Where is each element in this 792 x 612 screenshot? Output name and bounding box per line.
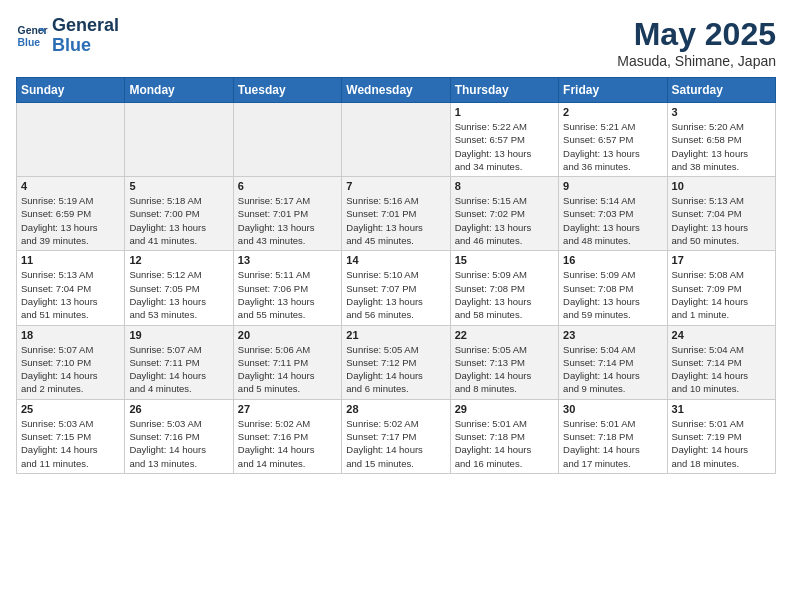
- day-info: Sunrise: 5:13 AM Sunset: 7:04 PM Dayligh…: [672, 194, 771, 247]
- day-info: Sunrise: 5:21 AM Sunset: 6:57 PM Dayligh…: [563, 120, 662, 173]
- calendar-cell: 26Sunrise: 5:03 AM Sunset: 7:16 PM Dayli…: [125, 399, 233, 473]
- logo-text: General Blue: [52, 16, 119, 56]
- day-number: 14: [346, 254, 445, 266]
- day-info: Sunrise: 5:19 AM Sunset: 6:59 PM Dayligh…: [21, 194, 120, 247]
- day-number: 24: [672, 329, 771, 341]
- day-number: 22: [455, 329, 554, 341]
- calendar-cell: 27Sunrise: 5:02 AM Sunset: 7:16 PM Dayli…: [233, 399, 341, 473]
- calendar-week-3: 11Sunrise: 5:13 AM Sunset: 7:04 PM Dayli…: [17, 251, 776, 325]
- calendar-cell: 15Sunrise: 5:09 AM Sunset: 7:08 PM Dayli…: [450, 251, 558, 325]
- day-number: 6: [238, 180, 337, 192]
- calendar-body: 1Sunrise: 5:22 AM Sunset: 6:57 PM Daylig…: [17, 103, 776, 474]
- calendar-cell: [342, 103, 450, 177]
- day-number: 5: [129, 180, 228, 192]
- day-info: Sunrise: 5:18 AM Sunset: 7:00 PM Dayligh…: [129, 194, 228, 247]
- header-cell-wednesday: Wednesday: [342, 78, 450, 103]
- calendar-cell: 1Sunrise: 5:22 AM Sunset: 6:57 PM Daylig…: [450, 103, 558, 177]
- calendar-cell: [233, 103, 341, 177]
- day-number: 19: [129, 329, 228, 341]
- day-number: 20: [238, 329, 337, 341]
- day-number: 21: [346, 329, 445, 341]
- calendar-cell: 24Sunrise: 5:04 AM Sunset: 7:14 PM Dayli…: [667, 325, 775, 399]
- day-info: Sunrise: 5:09 AM Sunset: 7:08 PM Dayligh…: [455, 268, 554, 321]
- day-info: Sunrise: 5:03 AM Sunset: 7:16 PM Dayligh…: [129, 417, 228, 470]
- calendar-cell: 14Sunrise: 5:10 AM Sunset: 7:07 PM Dayli…: [342, 251, 450, 325]
- calendar-cell: 19Sunrise: 5:07 AM Sunset: 7:11 PM Dayli…: [125, 325, 233, 399]
- calendar-cell: 16Sunrise: 5:09 AM Sunset: 7:08 PM Dayli…: [559, 251, 667, 325]
- day-number: 18: [21, 329, 120, 341]
- day-info: Sunrise: 5:15 AM Sunset: 7:02 PM Dayligh…: [455, 194, 554, 247]
- calendar-cell: 10Sunrise: 5:13 AM Sunset: 7:04 PM Dayli…: [667, 177, 775, 251]
- calendar-week-5: 25Sunrise: 5:03 AM Sunset: 7:15 PM Dayli…: [17, 399, 776, 473]
- day-number: 13: [238, 254, 337, 266]
- day-info: Sunrise: 5:06 AM Sunset: 7:11 PM Dayligh…: [238, 343, 337, 396]
- calendar-cell: 7Sunrise: 5:16 AM Sunset: 7:01 PM Daylig…: [342, 177, 450, 251]
- calendar-cell: 21Sunrise: 5:05 AM Sunset: 7:12 PM Dayli…: [342, 325, 450, 399]
- calendar-cell: 23Sunrise: 5:04 AM Sunset: 7:14 PM Dayli…: [559, 325, 667, 399]
- header-cell-monday: Monday: [125, 78, 233, 103]
- day-info: Sunrise: 5:14 AM Sunset: 7:03 PM Dayligh…: [563, 194, 662, 247]
- day-number: 27: [238, 403, 337, 415]
- header-row: SundayMondayTuesdayWednesdayThursdayFrid…: [17, 78, 776, 103]
- day-number: 12: [129, 254, 228, 266]
- calendar-week-2: 4Sunrise: 5:19 AM Sunset: 6:59 PM Daylig…: [17, 177, 776, 251]
- day-info: Sunrise: 5:02 AM Sunset: 7:16 PM Dayligh…: [238, 417, 337, 470]
- page-header: General Blue General Blue May 2025 Masud…: [16, 16, 776, 69]
- day-info: Sunrise: 5:08 AM Sunset: 7:09 PM Dayligh…: [672, 268, 771, 321]
- calendar-cell: 12Sunrise: 5:12 AM Sunset: 7:05 PM Dayli…: [125, 251, 233, 325]
- calendar-cell: 17Sunrise: 5:08 AM Sunset: 7:09 PM Dayli…: [667, 251, 775, 325]
- day-info: Sunrise: 5:20 AM Sunset: 6:58 PM Dayligh…: [672, 120, 771, 173]
- logo: General Blue General Blue: [16, 16, 119, 56]
- day-info: Sunrise: 5:22 AM Sunset: 6:57 PM Dayligh…: [455, 120, 554, 173]
- day-info: Sunrise: 5:05 AM Sunset: 7:13 PM Dayligh…: [455, 343, 554, 396]
- day-info: Sunrise: 5:11 AM Sunset: 7:06 PM Dayligh…: [238, 268, 337, 321]
- calendar-cell: 4Sunrise: 5:19 AM Sunset: 6:59 PM Daylig…: [17, 177, 125, 251]
- day-number: 16: [563, 254, 662, 266]
- calendar-week-4: 18Sunrise: 5:07 AM Sunset: 7:10 PM Dayli…: [17, 325, 776, 399]
- day-number: 7: [346, 180, 445, 192]
- day-number: 31: [672, 403, 771, 415]
- calendar-table: SundayMondayTuesdayWednesdayThursdayFrid…: [16, 77, 776, 474]
- day-info: Sunrise: 5:01 AM Sunset: 7:18 PM Dayligh…: [563, 417, 662, 470]
- calendar-cell: 11Sunrise: 5:13 AM Sunset: 7:04 PM Dayli…: [17, 251, 125, 325]
- day-number: 4: [21, 180, 120, 192]
- day-number: 26: [129, 403, 228, 415]
- day-number: 9: [563, 180, 662, 192]
- calendar-cell: 9Sunrise: 5:14 AM Sunset: 7:03 PM Daylig…: [559, 177, 667, 251]
- day-number: 3: [672, 106, 771, 118]
- day-info: Sunrise: 5:03 AM Sunset: 7:15 PM Dayligh…: [21, 417, 120, 470]
- day-number: 1: [455, 106, 554, 118]
- day-info: Sunrise: 5:13 AM Sunset: 7:04 PM Dayligh…: [21, 268, 120, 321]
- header-cell-saturday: Saturday: [667, 78, 775, 103]
- day-info: Sunrise: 5:04 AM Sunset: 7:14 PM Dayligh…: [563, 343, 662, 396]
- day-info: Sunrise: 5:16 AM Sunset: 7:01 PM Dayligh…: [346, 194, 445, 247]
- calendar-cell: 13Sunrise: 5:11 AM Sunset: 7:06 PM Dayli…: [233, 251, 341, 325]
- day-number: 28: [346, 403, 445, 415]
- calendar-cell: 31Sunrise: 5:01 AM Sunset: 7:19 PM Dayli…: [667, 399, 775, 473]
- day-info: Sunrise: 5:02 AM Sunset: 7:17 PM Dayligh…: [346, 417, 445, 470]
- calendar-week-1: 1Sunrise: 5:22 AM Sunset: 6:57 PM Daylig…: [17, 103, 776, 177]
- calendar-cell: 5Sunrise: 5:18 AM Sunset: 7:00 PM Daylig…: [125, 177, 233, 251]
- calendar-cell: 8Sunrise: 5:15 AM Sunset: 7:02 PM Daylig…: [450, 177, 558, 251]
- calendar-cell: 20Sunrise: 5:06 AM Sunset: 7:11 PM Dayli…: [233, 325, 341, 399]
- day-number: 8: [455, 180, 554, 192]
- day-number: 17: [672, 254, 771, 266]
- header-cell-sunday: Sunday: [17, 78, 125, 103]
- calendar-cell: 18Sunrise: 5:07 AM Sunset: 7:10 PM Dayli…: [17, 325, 125, 399]
- calendar-cell: 28Sunrise: 5:02 AM Sunset: 7:17 PM Dayli…: [342, 399, 450, 473]
- header-cell-tuesday: Tuesday: [233, 78, 341, 103]
- day-info: Sunrise: 5:17 AM Sunset: 7:01 PM Dayligh…: [238, 194, 337, 247]
- svg-text:Blue: Blue: [18, 36, 41, 47]
- day-info: Sunrise: 5:05 AM Sunset: 7:12 PM Dayligh…: [346, 343, 445, 396]
- calendar-cell: 2Sunrise: 5:21 AM Sunset: 6:57 PM Daylig…: [559, 103, 667, 177]
- day-number: 2: [563, 106, 662, 118]
- calendar-subtitle: Masuda, Shimane, Japan: [617, 53, 776, 69]
- calendar-cell: 3Sunrise: 5:20 AM Sunset: 6:58 PM Daylig…: [667, 103, 775, 177]
- calendar-cell: [125, 103, 233, 177]
- day-number: 25: [21, 403, 120, 415]
- header-cell-friday: Friday: [559, 78, 667, 103]
- day-info: Sunrise: 5:01 AM Sunset: 7:18 PM Dayligh…: [455, 417, 554, 470]
- day-number: 29: [455, 403, 554, 415]
- logo-icon: General Blue: [16, 20, 48, 52]
- day-number: 11: [21, 254, 120, 266]
